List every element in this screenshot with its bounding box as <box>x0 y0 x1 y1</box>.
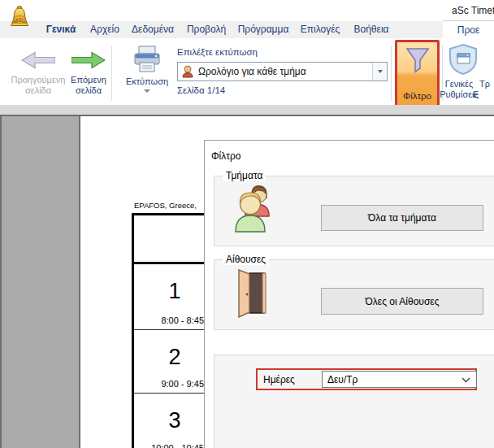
previous-page-label: Προηγούμενη σελίδα <box>10 75 67 96</box>
page-indicator: Σελίδα 1/14 <box>177 85 225 95</box>
title-bar: aSc Timeta <box>0 0 494 21</box>
toolbar-separator <box>111 46 112 101</box>
classes-groupbox: Τμήματα Όλα τα τμήματα <box>214 176 494 246</box>
period-time: 9:00 - 9:45 <box>161 379 204 389</box>
rooms-group-label: Αίθουσες <box>223 254 269 265</box>
shield-settings-icon <box>448 43 478 76</box>
period-row-3: 3 10:00 - 10:45 <box>134 394 215 448</box>
days-highlight-box: Ημέρες Δευ/Τρ <box>256 368 477 390</box>
timetable-person-icon <box>182 65 193 78</box>
preview-header-text: EPAFOS, Greece, <box>134 201 197 210</box>
tab-preview-active[interactable]: Προε <box>443 20 494 39</box>
cutoff-toolbar-item-line1[interactable]: Τρ <box>479 79 490 89</box>
general-settings-button[interactable] <box>445 43 481 78</box>
rooms-groupbox: Αίθουσες Όλες οι Αίθουσες <box>214 259 494 330</box>
content-left-border <box>0 116 2 448</box>
chevron-down-icon <box>378 70 383 73</box>
print-selection-dropdown-button[interactable] <box>372 63 387 80</box>
cutoff-toolbar-item-line2[interactable]: Ε <box>473 89 479 100</box>
toolbar-separator <box>391 46 392 101</box>
period-row-1: 1 8:00 - 8:45 <box>134 264 215 330</box>
filter-dialog: Φίλτρο Τμήματα Όλα τα τμήματα Αίθουσες <box>204 140 494 448</box>
period-time: 10:00 - 10:45 <box>151 443 204 448</box>
open-door-icon <box>236 269 268 320</box>
tab-dedomena[interactable]: Δεδομένα <box>128 21 178 38</box>
select-print-label: Επιλέξτε εκτύπωση <box>177 47 258 57</box>
period-time: 8:00 - 8:45 <box>161 315 204 325</box>
classes-group-label: Τμήματα <box>223 170 266 181</box>
next-page-arrow-icon <box>63 46 114 75</box>
period-number: 1 <box>134 264 215 304</box>
filter-button[interactable]: Φίλτρο <box>395 40 440 109</box>
print-label: Εκτύπωση <box>120 76 174 87</box>
classes-people-icon <box>231 181 273 236</box>
tab-genika[interactable]: Γενικά <box>39 21 83 38</box>
tab-provoli[interactable]: Προβολή <box>181 21 232 38</box>
days-combobox[interactable]: Δευ/Τρ <box>322 371 477 388</box>
tab-programma[interactable]: Πρόγραμμα <box>234 21 292 38</box>
period-row-2: 2 9:00 - 9:45 <box>134 330 215 394</box>
chevron-down-icon <box>462 374 470 385</box>
asc-bell-text: aSc <box>15 17 24 23</box>
window-title: aSc Timeta <box>452 5 494 16</box>
tab-epiloges[interactable]: Επιλογές <box>295 21 345 38</box>
period-number: 2 <box>134 330 215 370</box>
previous-page-button[interactable]: Προηγούμενη σελίδα <box>10 46 67 96</box>
period-number: 3 <box>134 394 215 433</box>
printer-icon <box>120 42 174 76</box>
filter-label: Φίλτρο <box>403 91 431 101</box>
tab-voitheia[interactable]: Βοήθεια <box>348 21 395 38</box>
all-rooms-button[interactable]: Όλες οι Αίθουσες <box>321 288 483 315</box>
ribbon-bottom-strip <box>0 105 494 115</box>
days-label: Ημέρες <box>263 374 295 385</box>
print-dropdown-caret-icon[interactable] <box>144 89 150 93</box>
tab-arxeio[interactable]: Αρχείο <box>84 21 125 38</box>
all-classes-button[interactable]: Όλα τα τμήματα <box>321 205 483 231</box>
previous-page-arrow-icon <box>10 46 67 75</box>
next-page-button[interactable]: Επόμενη σελίδα <box>63 46 114 96</box>
days-value: Δευ/Τρ <box>327 374 462 385</box>
print-selection-combobox[interactable]: Ωρολόγιο για κάθε τμήμα <box>177 62 388 81</box>
print-selection-value: Ωρολόγιο για κάθε τμήμα <box>198 66 372 77</box>
asc-bell-app-icon[interactable]: aSc <box>10 5 29 31</box>
print-button[interactable]: Εκτύπωση <box>120 42 174 93</box>
next-page-label: Επόμενη σελίδα <box>63 75 114 96</box>
funnel-filter-icon <box>405 47 431 77</box>
timetable-header-cell <box>134 215 215 264</box>
filter-dialog-title: Φίλτρο <box>211 150 240 162</box>
timetable-period-column: 1 8:00 - 8:45 2 9:00 - 9:45 3 10:00 - 10… <box>134 215 215 448</box>
days-groupbox: Ημέρες Δευ/Τρ <box>214 354 494 448</box>
